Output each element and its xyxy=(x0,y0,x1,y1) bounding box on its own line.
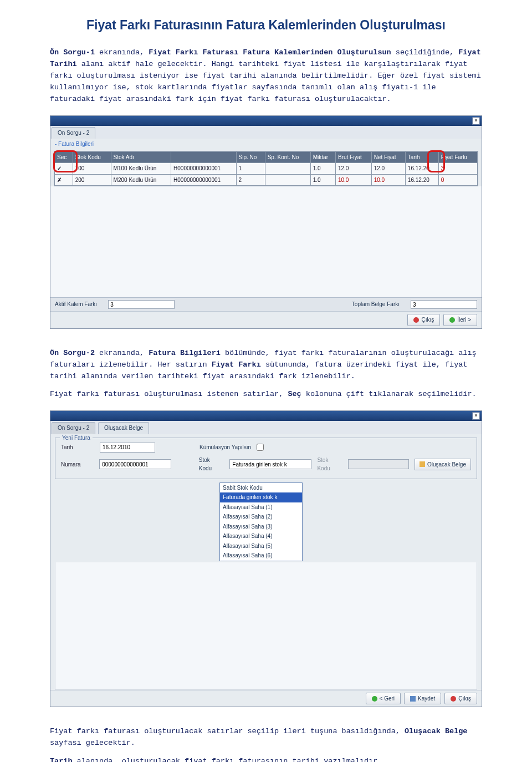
label-onsorgu2: Ön Sorgu-2 xyxy=(50,349,95,357)
olusacak-belge-button[interactable]: Oluşacak Belge xyxy=(415,459,471,471)
geri-button[interactable]: < Geri xyxy=(366,693,401,705)
screenshot-onsorgu2: × Ön Sorgu - 2 - Fatura Bilgileri Sec St… xyxy=(50,115,482,329)
col-netfiyat[interactable]: Net Fiyat xyxy=(371,151,405,163)
label-aktifkalemfarki: Aktif Kalem Farkı xyxy=(55,300,97,309)
close-icon xyxy=(413,317,419,323)
col-sipno[interactable]: Sip. No xyxy=(236,151,265,163)
label-toplambelgefarki: Toplam Belge Farkı xyxy=(352,300,400,309)
cikis-button[interactable]: Çıkış xyxy=(407,314,440,326)
paragraph-olusacakbelge-nav: Fiyat farkı faturası oluşturulacak satır… xyxy=(50,726,482,749)
field-toplambelgefarki xyxy=(411,300,477,309)
ileri-button[interactable]: İleri > xyxy=(443,314,477,326)
stokkodu-dropdown-list[interactable]: Sabit Stok Kodu Faturada girilen stok k … xyxy=(219,482,303,561)
tab-onsorgu2[interactable]: Ön Sorgu - 2 xyxy=(52,127,95,139)
col-miktar[interactable]: Miktar xyxy=(310,151,335,163)
cikis-button[interactable]: Çıkış xyxy=(444,693,477,705)
forward-icon xyxy=(449,317,455,323)
table-row[interactable]: ✓ 100 M100 Kodlu Ürün H00000000000001 1 … xyxy=(55,163,478,175)
label-ffkolusturulsun: Fiyat Farkı Faturası Fatura Kalemlerinde… xyxy=(149,48,391,57)
titlebar: × xyxy=(50,411,482,421)
close-icon[interactable]: × xyxy=(472,412,480,420)
field-aktifkalemfarki xyxy=(108,300,175,309)
col-brutfiyat[interactable]: Brut Fiyat xyxy=(335,151,371,163)
label-stokkodu: Stok Kodu xyxy=(199,456,224,473)
col-spkontno[interactable]: Sp. Kont. No xyxy=(265,151,310,163)
kumulasyon-checkbox[interactable] xyxy=(257,444,264,451)
list-item[interactable]: Faturada girilen stok k xyxy=(220,492,302,502)
intro-paragraph: Ön Sorgu-1 ekranında, Fiyat Farkı Fatura… xyxy=(50,47,482,105)
tab-olusacakbelge[interactable]: Oluşacak Belge xyxy=(98,422,149,434)
label-fiyatfarki: Fiyat Farkı xyxy=(212,360,261,369)
cross-icon[interactable]: ✗ xyxy=(55,174,73,186)
paragraph-tarih-field: Tarih alanında, oluşturulacak fiyat fark… xyxy=(50,756,482,762)
col-tarih[interactable]: Tarih xyxy=(405,151,438,163)
back-icon xyxy=(372,696,377,702)
close-icon xyxy=(451,696,456,702)
kaydet-button[interactable]: Kaydet xyxy=(404,693,441,705)
list-item[interactable]: Alfasayısal Saha (2) xyxy=(220,512,302,522)
titlebar: × xyxy=(50,116,482,126)
col-sec[interactable]: Sec xyxy=(55,151,73,163)
fieldset-yenifatura: Yeni Fatura Tarih Kümülasyon Yapılsın Nu… xyxy=(55,438,477,479)
screenshot-olusacakbelge: × Ön Sorgu - 2 Oluşacak Belge Yeni Fatur… xyxy=(50,410,482,707)
label-sec: Seç xyxy=(288,390,301,398)
close-icon[interactable]: × xyxy=(472,117,480,125)
paragraph-onsorgu2-desc: Ön Sorgu-2 ekranında, Fatura Bilgileri b… xyxy=(50,348,482,383)
label-tarih: Tarih xyxy=(61,443,94,452)
label-onsorgu1: Ön Sorgu-1 xyxy=(50,48,95,57)
grid-fatura-kalemler[interactable]: Sec Stok Kodu Stok Adı Sip. No Sp. Kont.… xyxy=(54,151,478,187)
col-stokkodu[interactable]: Stok Kodu xyxy=(73,151,111,163)
col-stokadi[interactable]: Stok Adı xyxy=(111,151,171,163)
label-tarih: Tarih xyxy=(50,757,73,762)
table-row[interactable]: ✗ 200 M200 Kodlu Ürün H00000000000001 2 … xyxy=(55,174,478,186)
page-title: Fiyat Farkı Faturasının Fatura Kalemleri… xyxy=(50,17,482,34)
save-icon xyxy=(410,696,416,702)
tab-onsorgu2[interactable]: Ön Sorgu - 2 xyxy=(52,422,95,434)
label-kumulasyon: Kümülasyon Yapılsın xyxy=(200,443,251,452)
stokkodu-disabled-input xyxy=(348,459,409,469)
list-item[interactable]: Alfasayısal Saha (3) xyxy=(220,522,302,532)
legend-yenifatura: Yeni Fatura xyxy=(60,434,93,443)
tarih-input[interactable] xyxy=(100,443,155,453)
list-item[interactable]: Alfasayısal Saha (6) xyxy=(220,551,302,561)
numara-input[interactable] xyxy=(99,459,171,469)
label-stokkodu-disabled: Stok Kodu xyxy=(317,456,342,473)
document-icon xyxy=(420,461,425,467)
list-item[interactable]: Alfasayısal Saha (5) xyxy=(220,541,302,551)
label-numara: Numara xyxy=(61,460,94,469)
col-fiyatfarki[interactable]: Fiyat Farkı xyxy=(438,151,477,163)
list-item[interactable]: Sabit Stok Kodu xyxy=(220,483,302,493)
label-olusacakbelge: Oluşacak Belge xyxy=(405,727,467,735)
label-faturabilgileri: Fatura Bilgileri xyxy=(149,349,221,357)
list-item[interactable]: Alfasayısal Saha (1) xyxy=(220,502,302,512)
stokkodu-combobox[interactable] xyxy=(229,459,311,469)
paragraph-sec-column: Fiyat farkı faturası oluşturulması isten… xyxy=(50,389,482,400)
list-item[interactable]: Alfasayısal Saha (4) xyxy=(220,531,302,541)
check-icon[interactable]: ✓ xyxy=(55,163,73,175)
section-fatura-bilgileri: - Fatura Bilgileri xyxy=(50,139,482,150)
